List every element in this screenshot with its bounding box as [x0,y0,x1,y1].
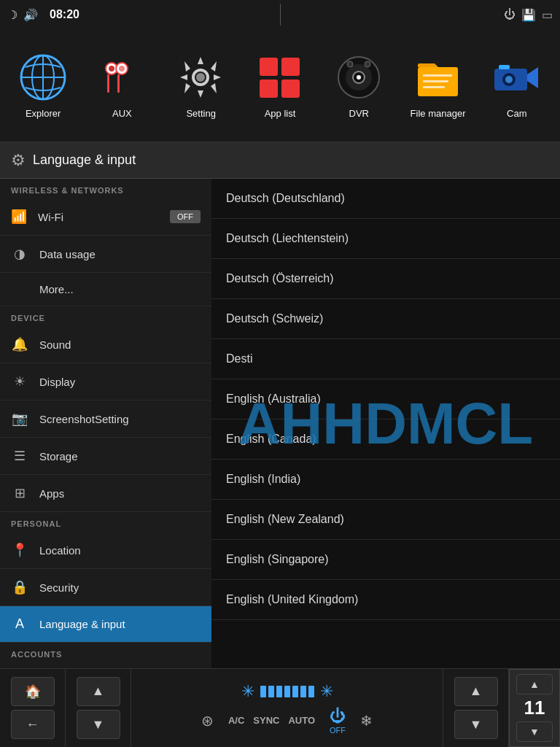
left-updown: ▲ ▼ [66,669,131,747]
app-aux[interactable]: AUX [89,53,155,119]
nav-home-back: 🏠 ← [0,669,66,747]
list-item[interactable]: English (Australia) [211,379,560,419]
sidebar-item-sound[interactable]: 🔔 Sound [0,326,211,363]
heat-icon-area: ⊛ [201,712,214,729]
svg-point-21 [365,61,370,67]
storage-label: Storage [39,450,78,462]
security-label: Security [39,581,79,594]
svg-point-11 [196,73,205,82]
wifi-icon: 📶 [11,209,27,225]
defrost-icon: ❄ [360,712,373,729]
power-button[interactable]: ⏻ OFF [330,707,346,735]
list-item[interactable]: English (India) [211,460,560,500]
sidebar-item-location[interactable]: 📍 Location [0,532,211,569]
sidebar-item-language[interactable]: A Language & input [0,606,211,643]
setting-icon [176,53,227,104]
data-icon: ◑ [11,246,28,262]
power-circle-icon: ⏻ [330,707,346,726]
fan-row: ✳ ✳ [241,682,333,701]
num-up-button[interactable]: ▲ [516,674,553,694]
list-item[interactable]: English (United Kingdom) [211,580,560,620]
svg-rect-8 [107,74,109,93]
home-button[interactable]: 🏠 [11,677,55,706]
svg-point-7 [119,66,125,71]
list-item[interactable]: Desti [211,339,560,379]
security-icon: 🔒 [11,579,28,595]
fan-bar-3 [276,686,282,697]
svg-rect-25 [423,86,445,88]
sidebar-item-data-usage[interactable]: ◑ Data usage [0,236,211,273]
screenshot-label: ScreenshotSetting [39,413,129,425]
up-button-right[interactable]: ▲ [454,677,498,706]
sidebar-item-apps[interactable]: ⊞ Apps [0,475,211,512]
heat-icon: ⊛ [201,712,214,729]
dvr-label: DVR [349,108,369,119]
fan-bar-2 [268,686,274,697]
ac-label[interactable]: A/C [228,715,244,726]
sidebar-item-storage[interactable]: ☰ Storage [0,438,211,475]
back-button[interactable]: ← [11,710,55,739]
svg-rect-14 [260,80,278,98]
list-item[interactable]: English (New Zealand) [211,500,560,540]
svg-point-20 [347,61,353,67]
sound-label: Sound [39,338,71,351]
app-explorer[interactable]: Explorer [10,53,76,119]
app-filemanager[interactable]: File manager [405,53,471,119]
down-button-left[interactable]: ▼ [77,710,120,739]
sync-label[interactable]: SYNC [253,715,279,726]
section-personal: PERSONAL [0,512,211,532]
up-button-left[interactable]: ▲ [77,677,120,706]
num-down-button[interactable]: ▼ [516,721,553,742]
list-item[interactable]: Deutsch (Schweiz) [211,299,560,339]
more-label: More... [39,283,74,295]
language-list: Deutsch (Deutschland) Deutsch (Liechtens… [211,179,560,620]
defrost-icon-area: ❄ [360,712,373,729]
sidebar-item-wifi[interactable]: 📶 Wi-Fi OFF [0,198,211,236]
filemanager-icon [413,53,464,104]
sidebar-item-display[interactable]: ☀ Display [0,363,211,400]
list-item[interactable]: Deutsch (Österreich) [211,259,560,299]
app-cam[interactable]: Cam [484,53,550,119]
app-dvr[interactable]: DVR [326,53,392,119]
list-item[interactable]: English (Canada) [211,419,560,460]
gear-icon: ⚙ [11,151,26,170]
list-item[interactable]: Deutsch (Deutschland) [211,179,560,219]
status-time: 08:20 [50,8,79,21]
status-icons-left: ☽ 🔊 08:20 [7,8,79,22]
fan-right-icon: ✳ [320,682,333,701]
svg-point-19 [357,75,361,80]
list-item[interactable]: Deutsch (Liechtenstein) [211,219,560,259]
screenshot-icon: 📷 [11,411,28,427]
display-label: Display [39,376,75,388]
applist-label: App list [265,108,296,119]
num-display: ▲ 11 ▼ [509,669,560,747]
main-content: WIRELESS & NETWORKS 📶 Wi-Fi OFF ◑ Data u… [0,179,560,668]
volume-icon: 🔊 [23,8,38,22]
section-device: DEVICE [0,306,211,326]
language-label: Language & input [39,618,125,630]
num-value: 11 [524,697,545,719]
list-item[interactable]: English (Singapore) [211,540,560,580]
explorer-icon [18,53,69,104]
sidebar-item-screenshot[interactable]: 📷 ScreenshotSetting [0,400,211,438]
storage-sidebar-icon: ☰ [11,448,28,464]
dvr-icon [333,53,384,104]
down-button-right[interactable]: ▼ [454,710,498,739]
wifi-toggle[interactable]: OFF [170,210,201,223]
fan-bar-6 [300,686,306,697]
app-applist[interactable]: App list [247,53,313,119]
sidebar-item-more[interactable]: More... [0,273,211,306]
fan-bar-1 [260,686,266,697]
app-setting[interactable]: Setting [168,53,234,119]
auto-label[interactable]: AUTO [288,715,315,726]
status-divider [280,4,281,26]
explorer-label: Explorer [26,108,61,119]
cam-label: Cam [507,108,526,119]
cam-icon [491,53,542,104]
section-accounts: ACCOUNTS [0,643,211,662]
sidebar-item-security[interactable]: 🔒 Security [0,569,211,606]
bottom-bar: 🏠 ← ▲ ▼ ✳ ✳ ⊛ A/C [0,668,560,747]
svg-point-5 [109,66,114,71]
wifi-label: Wi-Fi [38,211,63,223]
power-off-label: OFF [330,726,346,735]
